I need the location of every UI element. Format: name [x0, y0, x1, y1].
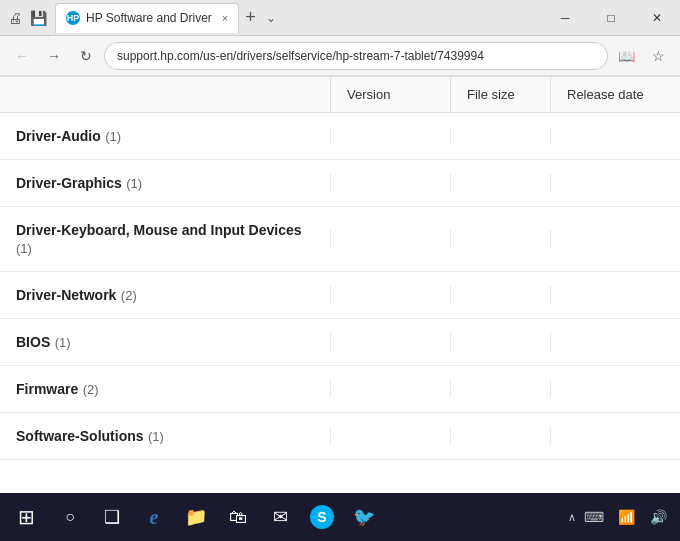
driver-release-cell [550, 127, 680, 145]
print-icon[interactable]: 🖨 [8, 10, 22, 26]
maximize-button[interactable]: □ [588, 0, 634, 36]
driver-name-cell: BIOS (1) [0, 319, 330, 365]
main-content: Version File size Release date Driver-Au… [0, 76, 680, 493]
col-version-header: Version [330, 77, 450, 112]
driver-filesize-cell [450, 127, 550, 145]
driver-count: (1) [55, 335, 71, 350]
driver-version-cell [330, 230, 450, 248]
volume-tray-icon[interactable]: 🔊 [644, 497, 672, 537]
driver-filesize-cell [450, 174, 550, 192]
col-name-header [0, 77, 330, 112]
driver-count: (1) [148, 429, 164, 444]
window-controls: ─ □ ✕ [542, 0, 680, 36]
skype-button[interactable]: S [302, 497, 342, 537]
driver-release-cell [550, 174, 680, 192]
driver-version-cell [330, 174, 450, 192]
driver-name: Driver-Graphics [16, 175, 122, 191]
driver-name-cell: Driver-Network (2) [0, 272, 330, 318]
driver-name: Driver-Keyboard, Mouse and Input Devices [16, 222, 302, 238]
driver-name: Driver-Network [16, 287, 116, 303]
hp-tab-icon: HP [66, 11, 80, 25]
driver-count: (1) [16, 241, 32, 256]
table-row[interactable]: Driver-Network (2) [0, 272, 680, 319]
driver-name: Software-Solutions [16, 428, 144, 444]
driver-name-cell: Driver-Audio (1) [0, 113, 330, 159]
minimize-button[interactable]: ─ [542, 0, 588, 36]
save-icon[interactable]: 💾 [30, 10, 47, 26]
driver-filesize-cell [450, 333, 550, 351]
address-bar: ← → ↻ 📖 ☆ [0, 36, 680, 76]
driver-version-cell [330, 286, 450, 304]
title-bar: 🖨 💾 HP HP Software and Driver × + ⌄ ─ □ … [0, 0, 680, 36]
driver-filesize-cell [450, 286, 550, 304]
mail-button[interactable]: ✉ [260, 497, 300, 537]
taskbar: ⊞ ○ ❑ e 📁 🛍 ✉ S 🐦 ∧ ⌨ 📶 🔊 [0, 493, 680, 541]
keyboard-tray-icon[interactable]: ⌨ [580, 497, 608, 537]
start-button[interactable]: ⊞ [4, 497, 48, 537]
driver-filesize-cell [450, 427, 550, 445]
table-row[interactable]: Driver-Graphics (1) [0, 160, 680, 207]
driver-version-cell [330, 380, 450, 398]
wifi-tray-icon[interactable]: 📶 [612, 497, 640, 537]
table-row[interactable]: Software-Solutions (1) [0, 413, 680, 460]
refresh-button[interactable]: ↻ [72, 42, 100, 70]
driver-name: Firmware [16, 381, 78, 397]
driver-name: BIOS [16, 334, 50, 350]
driver-release-cell [550, 333, 680, 351]
url-bar[interactable] [104, 42, 608, 70]
close-button[interactable]: ✕ [634, 0, 680, 36]
driver-filesize-cell [450, 380, 550, 398]
browser-tab[interactable]: HP HP Software and Driver × [55, 3, 239, 33]
driver-name-cell: Driver-Keyboard, Mouse and Input Devices… [0, 207, 330, 271]
tab-list-button[interactable]: ⌄ [262, 11, 280, 25]
col-filesize-header: File size [450, 77, 550, 112]
driver-version-cell [330, 427, 450, 445]
reader-view-button[interactable]: 📖 [612, 42, 640, 70]
store-button[interactable]: 🛍 [218, 497, 258, 537]
favorites-button[interactable]: ☆ [644, 42, 672, 70]
tab-close-button[interactable]: × [222, 12, 228, 24]
table-header: Version File size Release date [0, 76, 680, 113]
title-bar-left: 🖨 💾 [0, 10, 55, 26]
devil-app-button[interactable]: 🐦 [344, 497, 384, 537]
forward-button[interactable]: → [40, 42, 68, 70]
driver-release-cell [550, 230, 680, 248]
table-row[interactable]: BIOS (1) [0, 319, 680, 366]
driver-count: (2) [121, 288, 137, 303]
driver-name-cell: Software-Solutions (1) [0, 413, 330, 459]
driver-rows-container: Driver-Audio (1) Driver-Graphics (1) Dri… [0, 113, 680, 460]
file-explorer-button[interactable]: 📁 [176, 497, 216, 537]
driver-release-cell [550, 380, 680, 398]
driver-version-cell [330, 127, 450, 145]
driver-release-cell [550, 427, 680, 445]
system-tray: ∧ ⌨ 📶 🔊 [568, 497, 676, 537]
task-view-button[interactable]: ❑ [92, 497, 132, 537]
driver-name-cell: Firmware (2) [0, 366, 330, 412]
driver-filesize-cell [450, 230, 550, 248]
table-row[interactable]: Driver-Keyboard, Mouse and Input Devices… [0, 207, 680, 272]
table-row[interactable]: Driver-Audio (1) [0, 113, 680, 160]
edge-browser-button[interactable]: e [134, 497, 174, 537]
driver-count: (1) [105, 129, 121, 144]
driver-count: (1) [126, 176, 142, 191]
col-release-header: Release date [550, 77, 680, 112]
table-row[interactable]: Firmware (2) [0, 366, 680, 413]
driver-name-cell: Driver-Graphics (1) [0, 160, 330, 206]
tab-title: HP Software and Driver [86, 11, 212, 25]
driver-release-cell [550, 286, 680, 304]
driver-name: Driver-Audio [16, 128, 101, 144]
back-button[interactable]: ← [8, 42, 36, 70]
driver-version-cell [330, 333, 450, 351]
driver-count: (2) [83, 382, 99, 397]
tray-expand-button[interactable]: ∧ [568, 511, 576, 524]
search-button[interactable]: ○ [50, 497, 90, 537]
new-tab-button[interactable]: + [239, 7, 262, 28]
